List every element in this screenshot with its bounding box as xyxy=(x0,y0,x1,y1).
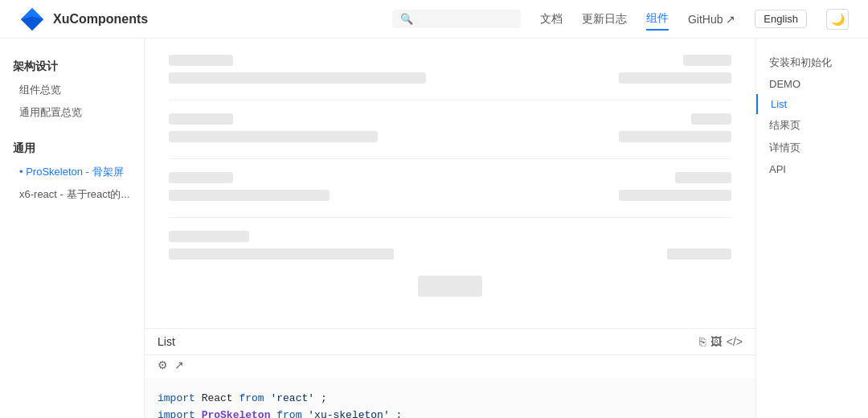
skeleton-line xyxy=(169,55,233,66)
nav-github[interactable]: GitHub ↗ xyxy=(688,13,735,26)
sidebar-item-config-overview[interactable]: 通用配置总览 xyxy=(0,101,144,124)
header: XuComponents 🔍 文档 更新日志 组件 GitHub ↗ Engli… xyxy=(0,0,868,39)
skeleton-line xyxy=(619,190,731,201)
skeleton-line xyxy=(675,172,731,183)
skeleton-line xyxy=(619,72,731,84)
theme-toggle-button[interactable]: 🌙 xyxy=(826,9,849,30)
skeleton-pagination xyxy=(169,276,731,297)
right-nav-result[interactable]: 结果页 xyxy=(756,114,868,137)
image-icon[interactable]: 🖼 xyxy=(710,335,722,348)
expand-icon[interactable]: ↗ xyxy=(174,359,184,371)
logo-text: XuComponents xyxy=(53,12,148,27)
code-sub-toolbar: ⚙ ↗ xyxy=(145,355,755,378)
logo-icon xyxy=(19,6,45,32)
nav-components[interactable]: 组件 xyxy=(646,8,669,31)
page-layout: 架构设计 组件总览 通用配置总览 通用 • ProSkeleton - 骨架屏 … xyxy=(0,39,868,418)
code-view-icon[interactable]: </> xyxy=(727,335,743,348)
search-input[interactable] xyxy=(418,13,513,25)
header-nav: 🔍 文档 更新日志 组件 GitHub ↗ English 🌙 xyxy=(392,8,849,31)
skeleton-divider xyxy=(169,158,731,159)
copy-icon[interactable]: ⎘ xyxy=(699,335,706,348)
settings-icon[interactable]: ⚙ xyxy=(158,359,168,371)
code-line-2: import ProSkeleton from 'xu-skeleton' ; xyxy=(158,408,743,418)
skeleton-line xyxy=(418,276,482,297)
code-section: List ⎘ 🖼 </> ⚙ ↗ import React from 'reac… xyxy=(145,328,755,418)
right-nav-install[interactable]: 安装和初始化 xyxy=(756,51,868,74)
sidebar-item-x6-react[interactable]: x6-react - 基于react的... xyxy=(0,183,144,206)
skeleton-block-4 xyxy=(169,231,731,260)
sidebar-item-components-overview[interactable]: 组件总览 xyxy=(0,79,144,101)
search-icon: 🔍 xyxy=(400,13,413,25)
code-title: List xyxy=(158,335,175,348)
code-body: import React from 'react' ; import ProSk… xyxy=(145,378,755,418)
skeleton-line xyxy=(169,172,233,183)
nav-changelog[interactable]: 更新日志 xyxy=(582,9,627,30)
skeleton-line xyxy=(169,190,330,201)
skeleton-block-3 xyxy=(169,172,731,201)
skeleton-demo-area xyxy=(145,39,755,328)
skeleton-divider xyxy=(169,100,731,100)
language-button[interactable]: English xyxy=(755,10,807,28)
sidebar-section-common: 通用 xyxy=(0,137,144,161)
skeleton-line xyxy=(667,248,731,260)
main-content: List ⎘ 🖼 </> ⚙ ↗ import React from 'reac… xyxy=(145,39,755,418)
skeleton-block-1 xyxy=(169,55,731,84)
skeleton-line xyxy=(169,72,426,84)
sidebar-left: 架构设计 组件总览 通用配置总览 通用 • ProSkeleton - 骨架屏 … xyxy=(0,39,145,418)
skeleton-block-2 xyxy=(169,113,731,142)
skeleton-line xyxy=(683,55,731,66)
right-nav-demo[interactable]: DEMO xyxy=(756,74,868,94)
right-nav-api[interactable]: API xyxy=(756,159,868,179)
sidebar-section-architecture: 架构设计 xyxy=(0,55,144,79)
sidebar-item-proskeleton[interactable]: • ProSkeleton - 骨架屏 xyxy=(0,161,144,183)
logo-area: XuComponents xyxy=(19,6,148,32)
right-nav-list[interactable]: List xyxy=(756,94,868,114)
code-toolbar: List ⎘ 🖼 </> xyxy=(145,329,755,355)
skeleton-line xyxy=(619,131,731,142)
skeleton-line xyxy=(169,113,233,125)
sidebar-right: 安装和初始化 DEMO List 结果页 详情页 API xyxy=(755,39,868,418)
skeleton-line xyxy=(169,131,378,142)
skeleton-line xyxy=(169,248,394,260)
code-line-1: import React from 'react' ; xyxy=(158,391,743,408)
nav-docs[interactable]: 文档 xyxy=(540,9,563,30)
code-toolbar-icons: ⎘ 🖼 </> xyxy=(699,335,743,348)
right-nav-detail[interactable]: 详情页 xyxy=(756,137,868,159)
keyword-import: import xyxy=(158,392,195,404)
skeleton-divider xyxy=(169,217,731,218)
skeleton-line xyxy=(169,231,249,242)
search-box[interactable]: 🔍 xyxy=(392,10,521,28)
moon-icon: 🌙 xyxy=(831,13,845,26)
skeleton-line xyxy=(691,113,731,125)
